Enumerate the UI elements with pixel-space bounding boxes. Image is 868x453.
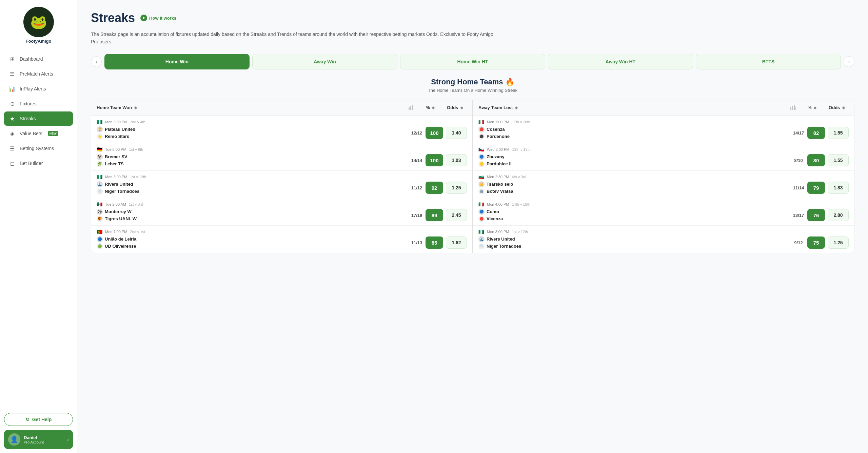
away-team: 🏛️ Botev Vratsa: [478, 188, 790, 194]
dashboard-icon: ⊞: [9, 56, 16, 62]
svg-rect-3: [414, 107, 414, 110]
tab-away-win[interactable]: Away Win: [252, 54, 397, 69]
teams-col: 🔵 União de Leiria 🟢 UD Oliveirense: [97, 236, 408, 249]
chevron-right-icon: ›: [67, 437, 69, 442]
odds-col-header-right[interactable]: Odds: [825, 105, 849, 110]
tab-next-button[interactable]: ›: [844, 56, 854, 67]
user-name: Daniel: [24, 435, 64, 440]
pct-badge: 80: [807, 154, 825, 166]
sidebar: 🐸 FootyAmigo ⊞ Dashboard ☰ PreMatch Aler…: [0, 0, 77, 453]
home-team: 🌊 Rivers United: [97, 181, 408, 187]
sidebar-item-dashboard[interactable]: ⊞ Dashboard: [4, 52, 73, 66]
away-team: 🔴 Vicenza: [478, 216, 790, 222]
user-card[interactable]: 👤 Daniel Pro Account ›: [4, 430, 73, 449]
tab-home-win[interactable]: Home Win: [104, 54, 250, 69]
how-it-works-link[interactable]: How it works: [140, 15, 176, 21]
home-team: 🔵 Zbuzany: [478, 154, 790, 160]
sort-icon: [842, 106, 845, 109]
how-it-works-label: How it works: [149, 16, 176, 21]
sort-icon: [134, 106, 137, 109]
match-rank: 2nd v 4th: [130, 120, 145, 124]
match-teams-row: 🏆 Plateau United ⭐ Remo Stars 12/12 100 …: [97, 126, 467, 140]
fraction: 11/14: [793, 185, 804, 190]
country-flag: 🇨🇿: [478, 147, 484, 152]
teams-col: 🏆 Plateau United ⭐ Remo Stars: [97, 126, 408, 140]
odds-badge: 1.25: [446, 182, 467, 194]
sidebar-item-streaks[interactable]: ★ Streaks: [4, 111, 73, 126]
team-logo: 🌊: [97, 181, 103, 187]
home-team: 🌊 Rivers United: [478, 236, 790, 242]
table-row: 🇲🇽 Tue 2:00 AM 1st v 3rd ⚽ Monterrey W 🐯…: [91, 198, 472, 226]
team-logo: ⭐: [97, 133, 103, 140]
chart-col-header-right: [787, 104, 799, 111]
pct-col-header[interactable]: %: [420, 105, 440, 110]
pct-badge: 89: [426, 209, 443, 221]
main-content: Streaks How it works The Streaks page is…: [77, 0, 868, 453]
logo-text: FootyAmigo: [23, 39, 54, 44]
svg-rect-7: [795, 107, 796, 110]
team-logo: 🌪️: [97, 188, 103, 194]
tab-home-win-ht[interactable]: Home Win HT: [400, 54, 545, 69]
table-row: 🇨🇿 Wed 3:00 PM 13th v 15th 🔵 Zbuzany 🟡 P…: [473, 143, 854, 171]
pct-col-header-right[interactable]: %: [802, 105, 822, 110]
odds-badge: 1.55: [828, 127, 849, 139]
tab-away-win-ht[interactable]: Away Win HT: [548, 54, 693, 69]
home-team-won-header[interactable]: Home Team Won: [97, 105, 402, 110]
page-description: The Streaks page is an accumulation of f…: [91, 30, 498, 46]
team-logo: 🏛️: [478, 188, 485, 194]
match-rank: 1st v 12th: [512, 230, 528, 234]
svg-rect-1: [410, 106, 411, 110]
away-team: 🐯 Tigres UANL W: [97, 216, 408, 222]
away-team-name: UD Oliveirense: [105, 244, 136, 249]
right-table-header: Away Team Lost %: [473, 100, 854, 116]
left-table-header: Home Team Won %: [91, 100, 472, 116]
match-meta: 🇮🇹 Mon 4:00 PM 14th v 18th: [478, 202, 849, 207]
svg-rect-5: [792, 106, 793, 110]
tab-btts[interactable]: BTTS: [696, 54, 841, 69]
away-team: 🟢 UD Oliveirense: [97, 243, 408, 249]
away-team-name: Niger Tornadoes: [487, 244, 521, 249]
svg-rect-0: [409, 107, 410, 110]
teams-col: 👑 Tsarsko selo 🏛️ Botev Vratsa: [478, 181, 790, 194]
team-logo: 👑: [478, 181, 485, 187]
match-time: Mon 1:00 PM: [487, 120, 509, 124]
sidebar-item-betting-systems[interactable]: ☰ Betting Systems: [4, 141, 73, 156]
user-info: Daniel Pro Account: [24, 435, 64, 444]
play-icon: [140, 15, 147, 21]
tables-container: Home Team Won %: [91, 100, 854, 253]
tab-prev-button[interactable]: ‹: [91, 56, 102, 67]
sidebar-bottom: ↻ Get Help 👤 Daniel Pro Account ›: [0, 409, 77, 453]
odds-col-header[interactable]: Odds: [443, 105, 467, 110]
country-flag: 🇮🇹: [478, 119, 484, 125]
get-help-icon: ↻: [25, 417, 29, 422]
match-time: Mon 7:00 PM: [105, 230, 127, 234]
chart-val: 9/12: [792, 240, 805, 245]
sidebar-item-bet-builder[interactable]: ◻ Bet Builder: [4, 156, 73, 170]
odds-badge: 2.80: [828, 209, 849, 221]
sidebar-item-inplay-alerts[interactable]: 📊 InPlay Alerts: [4, 82, 73, 96]
match-meta: 🇳🇬 Mon 3:00 PM 1st v 12th: [97, 174, 467, 180]
sort-icon: [460, 106, 463, 109]
away-team-name: Pardubice II: [487, 161, 512, 166]
chart-val: 11/12: [411, 185, 423, 190]
away-team-lost-header[interactable]: Away Team Lost: [478, 105, 784, 110]
match-teams-row: 🌊 Rivers United 🌪️ Niger Tornadoes 11/12…: [97, 181, 467, 194]
chart-val: 12/12: [411, 130, 423, 136]
country-flag: 🇩🇪: [97, 147, 102, 152]
sidebar-item-label: Fixtures: [20, 101, 37, 106]
sidebar-item-fixtures[interactable]: ⊙ Fixtures: [4, 97, 73, 111]
odds-badge: 1.55: [828, 154, 849, 166]
sidebar-item-prematch-alerts[interactable]: ☰ PreMatch Alerts: [4, 67, 73, 81]
teams-col: 🦅 Bremer SV 🌿 Leher TS: [97, 154, 408, 167]
teams-col: 🌊 Rivers United 🌪️ Niger Tornadoes: [478, 236, 790, 249]
page-header: Streaks How it works: [91, 11, 854, 25]
odds-badge: 1.40: [446, 127, 467, 139]
team-logo: 🐯: [97, 216, 103, 222]
sidebar-item-value-bets[interactable]: ◈ Value Bets NEW: [4, 126, 73, 141]
sidebar-item-label: InPlay Alerts: [20, 86, 46, 91]
odds-badge: 1.83: [828, 182, 849, 194]
svg-rect-4: [790, 107, 791, 110]
home-team-name: Rivers United: [487, 236, 515, 242]
get-help-button[interactable]: ↻ Get Help: [4, 413, 73, 426]
right-table: Away Team Lost %: [472, 100, 854, 253]
